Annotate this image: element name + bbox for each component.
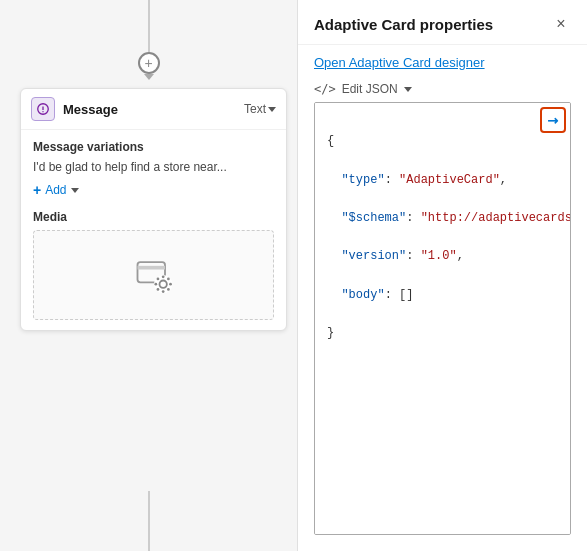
media-placeholder-icon	[132, 253, 176, 297]
chevron-down-icon	[268, 107, 276, 112]
connector-bottom	[148, 491, 150, 551]
open-designer-link[interactable]: Open Adaptive Card designer	[314, 55, 485, 70]
close-icon: ×	[556, 15, 565, 33]
text-type-dropdown[interactable]: Text	[244, 102, 276, 116]
svg-point-12	[167, 288, 170, 291]
add-chevron-icon	[71, 188, 79, 193]
properties-panel: Adaptive Card properties × Open Adaptive…	[297, 0, 587, 551]
add-label: Add	[45, 183, 66, 197]
text-badge-label: Text	[244, 102, 266, 116]
close-panel-button[interactable]: ×	[551, 14, 571, 34]
svg-point-13	[156, 288, 159, 291]
media-box[interactable]	[33, 230, 274, 320]
panel-title: Adaptive Card properties	[314, 16, 493, 33]
message-card: Message Text Message variations I'd be g…	[20, 88, 287, 331]
svg-point-10	[169, 283, 172, 286]
json-editor[interactable]: { "type": "AdaptiveCard", "$schema": "ht…	[315, 103, 570, 534]
code-brackets-icon: </>	[314, 82, 336, 96]
variations-label: Message variations	[33, 140, 274, 154]
panel-link-area: Open Adaptive Card designer	[298, 45, 587, 76]
svg-point-9	[154, 283, 157, 286]
edit-json-chevron-icon	[404, 87, 412, 92]
edit-json-bar: </> Edit JSON	[298, 76, 587, 102]
connector-top	[148, 0, 150, 60]
connector-arrow	[144, 74, 154, 80]
plus-icon: +	[144, 55, 152, 71]
media-label: Media	[33, 210, 274, 224]
expand-icon: ↗	[544, 111, 562, 129]
message-icon	[31, 97, 55, 121]
add-node-button[interactable]: +	[138, 52, 160, 74]
expand-editor-button[interactable]: ↗	[540, 107, 566, 133]
svg-point-14	[167, 278, 170, 281]
svg-point-7	[161, 275, 164, 278]
svg-point-8	[161, 290, 164, 293]
svg-point-2	[42, 111, 43, 112]
edit-json-label[interactable]: Edit JSON	[342, 82, 398, 96]
json-editor-wrapper: ↗ { "type": "AdaptiveCard", "$schema": "…	[314, 102, 571, 535]
message-card-header: Message Text	[21, 89, 286, 130]
message-card-title: Message	[63, 102, 236, 117]
svg-point-11	[156, 278, 159, 281]
variation-text: I'd be glad to help find a store near...	[33, 160, 274, 174]
canvas-area: + Message Text Message variations I'd be…	[0, 0, 297, 551]
message-card-body: Message variations I'd be glad to help f…	[21, 130, 286, 330]
add-variation-button[interactable]: + Add	[33, 182, 274, 198]
media-icon-container	[132, 253, 176, 297]
svg-rect-4	[137, 266, 165, 270]
panel-header: Adaptive Card properties ×	[298, 0, 587, 45]
add-plus-icon: +	[33, 182, 41, 198]
